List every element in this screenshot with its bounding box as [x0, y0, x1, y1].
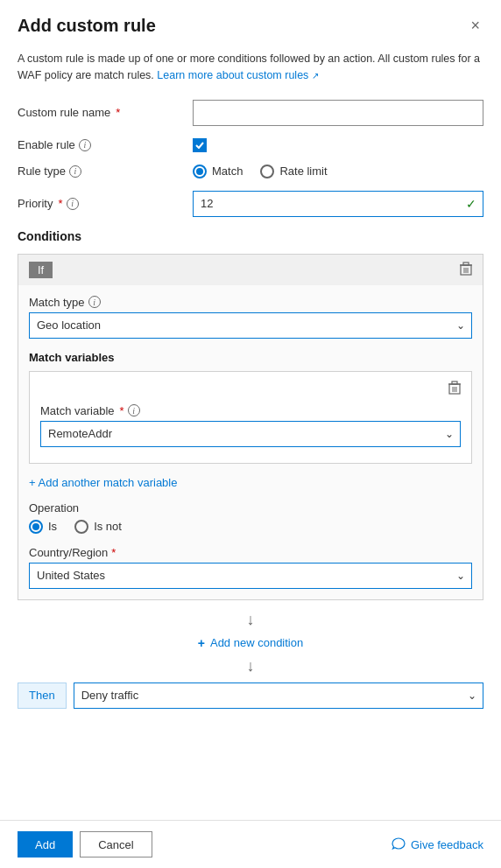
svg-rect-8: [452, 382, 457, 384]
match-radio-outer: [193, 164, 207, 178]
match-radio-inner: [196, 168, 203, 175]
match-variable-select[interactable]: RemoteAddr RequestMethod QueryString Pos…: [40, 421, 461, 447]
match-var-header: [40, 381, 461, 397]
if-block: If: [18, 254, 483, 600]
delete-match-var-icon[interactable]: [448, 381, 461, 397]
rule-type-rate-limit-option[interactable]: Rate limit: [260, 164, 327, 178]
then-action-select[interactable]: Deny traffic Allow traffic Log: [74, 682, 483, 709]
priority-wrapper: ✓: [193, 191, 483, 217]
then-label: Then: [18, 682, 67, 709]
match-variables-title: Match variables: [29, 351, 472, 364]
country-region-select[interactable]: United States United Kingdom Canada Germ…: [29, 563, 472, 589]
arrow-down-1: ↓: [18, 611, 483, 629]
rule-type-row: Rule type i Match Rate limit: [18, 164, 483, 178]
custom-rule-name-row: Custom rule name *: [18, 100, 483, 126]
operation-radio-group: Is Is not: [29, 520, 472, 534]
priority-required: *: [58, 197, 62, 210]
priority-label: Priority * i: [18, 197, 193, 210]
enable-rule-info-icon[interactable]: i: [79, 139, 91, 151]
required-indicator: *: [116, 106, 120, 119]
match-variable-label-row: Match variable * i RemoteAddr RequestMet…: [40, 404, 461, 447]
delete-condition-icon[interactable]: [460, 262, 472, 278]
rate-limit-radio-outer: [260, 164, 274, 178]
country-region-label: Country/Region *: [29, 546, 472, 559]
custom-rule-name-control: [193, 100, 483, 126]
give-feedback-link[interactable]: Give feedback: [392, 837, 483, 852]
learn-more-link[interactable]: Learn more about custom rules ↗: [157, 69, 319, 81]
close-button[interactable]: ×: [467, 14, 483, 37]
dialog-header: Add custom rule ×: [0, 0, 501, 44]
enable-rule-checkbox[interactable]: [193, 138, 207, 152]
enable-rule-row: Enable rule i: [18, 138, 483, 152]
external-link-icon: ↗: [312, 71, 319, 80]
rule-type-info-icon[interactable]: i: [69, 165, 81, 178]
add-button[interactable]: Add: [18, 831, 73, 858]
priority-control: ✓: [193, 191, 483, 217]
match-type-label: Match type i: [29, 296, 472, 309]
dialog-body: A custom rule is made up of one or more …: [0, 44, 501, 820]
match-variable-label: Match variable * i: [40, 404, 461, 417]
if-label: If: [29, 262, 53, 278]
svg-rect-2: [463, 262, 469, 265]
add-condition-row[interactable]: + Add new condition: [18, 636, 483, 650]
feedback-icon: [392, 837, 406, 852]
is-not-radio-outer: [74, 520, 88, 534]
if-header: If: [18, 255, 483, 285]
add-condition-plus-icon: +: [198, 636, 205, 650]
add-custom-rule-dialog: Add custom rule × A custom rule is made …: [0, 0, 501, 868]
is-radio-inner: [32, 523, 39, 530]
country-region-select-wrapper: United States United Kingdom Canada Germ…: [29, 563, 472, 589]
match-variable-info-icon[interactable]: i: [128, 404, 140, 416]
conditions-title: Conditions: [18, 229, 483, 243]
cancel-button[interactable]: Cancel: [80, 831, 152, 858]
rule-type-match-option[interactable]: Match: [193, 164, 243, 178]
match-variables-box: Match variable * i RemoteAddr RequestMet…: [29, 371, 472, 464]
then-action-select-wrapper: Deny traffic Allow traffic Log ⌄: [74, 682, 483, 709]
if-body: Match type i Geo location IP address HTT…: [18, 285, 483, 599]
then-row: Then Deny traffic Allow traffic Log ⌄: [18, 682, 483, 709]
conditions-section: Conditions If: [18, 229, 483, 709]
enable-rule-control: [193, 138, 483, 152]
country-region-section: Country/Region * United States United Ki…: [29, 546, 472, 589]
priority-input[interactable]: [193, 191, 483, 217]
match-type-row: Match type i Geo location IP address HTT…: [29, 296, 472, 339]
dialog-title: Add custom rule: [18, 16, 156, 36]
rule-type-control: Match Rate limit: [193, 164, 483, 178]
checkmark-icon: [195, 142, 204, 149]
priority-valid-icon: ✓: [466, 197, 476, 211]
enable-rule-label: Enable rule i: [18, 138, 193, 151]
priority-row: Priority * i ✓: [18, 191, 483, 217]
rule-type-label: Rule type i: [18, 164, 193, 178]
match-variable-select-wrapper: RemoteAddr RequestMethod QueryString Pos…: [40, 421, 461, 447]
operation-is-option[interactable]: Is: [29, 520, 57, 534]
rule-type-radio-group: Match Rate limit: [193, 164, 483, 178]
is-radio-outer: [29, 520, 43, 534]
info-description: A custom rule is made up of one or more …: [18, 51, 483, 84]
match-type-info-icon[interactable]: i: [88, 296, 101, 308]
match-type-select-wrapper: Geo location IP address HTTP method Requ…: [29, 312, 472, 339]
custom-rule-name-label: Custom rule name *: [18, 106, 193, 119]
custom-rule-name-input[interactable]: [193, 100, 483, 126]
operation-label: Operation: [29, 501, 472, 514]
operation-is-not-option[interactable]: Is not: [74, 520, 122, 534]
dialog-footer: Add Cancel Give feedback: [0, 820, 501, 868]
footer-actions: Add Cancel: [18, 831, 152, 858]
priority-info-icon[interactable]: i: [67, 198, 79, 210]
operation-section: Operation Is Is not: [29, 501, 472, 534]
add-match-variable-link[interactable]: + Add another match variable: [29, 476, 177, 489]
arrow-down-2: ↓: [18, 657, 483, 676]
match-type-select[interactable]: Geo location IP address HTTP method Requ…: [29, 312, 472, 339]
